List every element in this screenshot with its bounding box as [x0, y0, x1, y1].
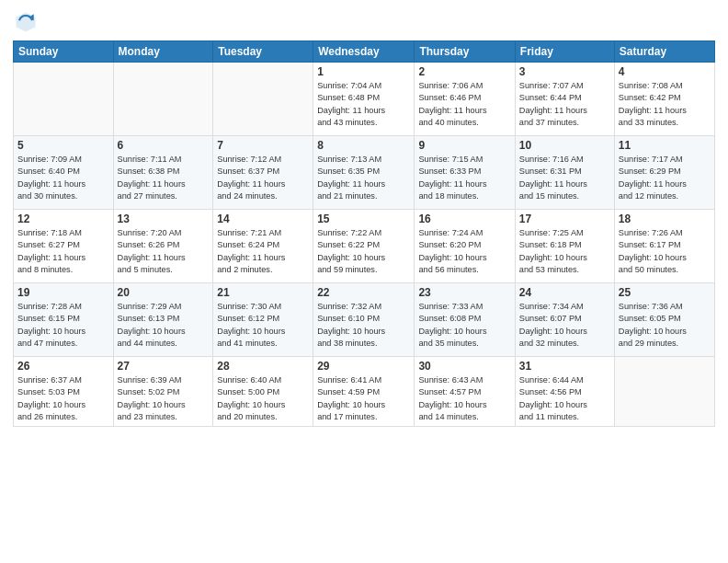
- day-number: 31: [519, 360, 610, 373]
- day-number: 23: [418, 286, 510, 299]
- calendar-cell: 29Sunrise: 6:41 AMSunset: 4:59 PMDayligh…: [313, 357, 415, 427]
- calendar-cell: [213, 63, 313, 136]
- calendar-cell: 20Sunrise: 7:29 AMSunset: 6:13 PMDayligh…: [113, 283, 213, 357]
- day-info: Sunrise: 7:15 AMSunset: 6:33 PMDaylight:…: [418, 154, 510, 202]
- calendar-cell: 3Sunrise: 7:07 AMSunset: 6:44 PMDaylight…: [515, 63, 614, 136]
- day-info: Sunrise: 7:36 AMSunset: 6:05 PMDaylight:…: [619, 301, 711, 350]
- day-number: 14: [217, 213, 309, 225]
- calendar-cell: 30Sunrise: 6:43 AMSunset: 4:57 PMDayligh…: [415, 357, 515, 427]
- day-number: 8: [317, 139, 410, 152]
- day-info: Sunrise: 7:33 AMSunset: 6:08 PMDaylight:…: [418, 301, 510, 350]
- day-number: 12: [17, 213, 109, 225]
- week-row-2: 5Sunrise: 7:09 AMSunset: 6:40 PMDaylight…: [14, 136, 715, 210]
- day-info: Sunrise: 6:40 AMSunset: 5:00 PMDaylight:…: [217, 374, 309, 423]
- day-number: 26: [17, 360, 109, 373]
- day-info: Sunrise: 7:26 AMSunset: 6:17 PMDaylight:…: [619, 227, 711, 276]
- day-info: Sunrise: 7:17 AMSunset: 6:29 PMDaylight:…: [619, 154, 711, 202]
- day-number: 3: [519, 65, 610, 78]
- day-info: Sunrise: 7:07 AMSunset: 6:44 PMDaylight:…: [519, 80, 610, 129]
- calendar-cell: 15Sunrise: 7:22 AMSunset: 6:22 PMDayligh…: [313, 210, 415, 283]
- week-row-5: 26Sunrise: 6:37 AMSunset: 5:03 PMDayligh…: [14, 357, 715, 427]
- calendar-page: SundayMondayTuesdayWednesdayThursdayFrid…: [0, 0, 728, 563]
- calendar-cell: 4Sunrise: 7:08 AMSunset: 6:42 PMDaylight…: [614, 63, 714, 136]
- weekday-monday: Monday: [113, 41, 213, 63]
- day-number: 21: [217, 286, 309, 299]
- calendar-cell: 12Sunrise: 7:18 AMSunset: 6:27 PMDayligh…: [14, 210, 114, 283]
- day-info: Sunrise: 7:25 AMSunset: 6:18 PMDaylight:…: [519, 227, 610, 276]
- day-number: 27: [118, 360, 210, 373]
- calendar-cell: 21Sunrise: 7:30 AMSunset: 6:12 PMDayligh…: [213, 283, 313, 357]
- calendar-cell: 24Sunrise: 7:34 AMSunset: 6:07 PMDayligh…: [515, 283, 614, 357]
- week-row-3: 12Sunrise: 7:18 AMSunset: 6:27 PMDayligh…: [14, 210, 715, 283]
- day-info: Sunrise: 7:13 AMSunset: 6:35 PMDaylight:…: [317, 154, 410, 202]
- weekday-tuesday: Tuesday: [213, 41, 313, 63]
- week-row-1: 1Sunrise: 7:04 AMSunset: 6:48 PMDaylight…: [14, 63, 715, 136]
- calendar-table: SundayMondayTuesdayWednesdayThursdayFrid…: [13, 40, 715, 427]
- day-info: Sunrise: 7:24 AMSunset: 6:20 PMDaylight:…: [418, 227, 510, 276]
- calendar-cell: 26Sunrise: 6:37 AMSunset: 5:03 PMDayligh…: [14, 357, 114, 427]
- calendar-cell: 19Sunrise: 7:28 AMSunset: 6:15 PMDayligh…: [14, 283, 114, 357]
- weekday-thursday: Thursday: [415, 41, 515, 63]
- logo: [13, 9, 42, 35]
- day-number: 13: [118, 213, 210, 225]
- day-info: Sunrise: 6:39 AMSunset: 5:02 PMDaylight:…: [118, 374, 210, 423]
- calendar-cell: 17Sunrise: 7:25 AMSunset: 6:18 PMDayligh…: [515, 210, 614, 283]
- day-info: Sunrise: 6:43 AMSunset: 4:57 PMDaylight:…: [418, 374, 510, 423]
- day-info: Sunrise: 7:18 AMSunset: 6:27 PMDaylight:…: [17, 227, 109, 276]
- day-info: Sunrise: 7:22 AMSunset: 6:22 PMDaylight:…: [317, 227, 410, 276]
- weekday-header-row: SundayMondayTuesdayWednesdayThursdayFrid…: [14, 41, 715, 63]
- calendar-cell: 27Sunrise: 6:39 AMSunset: 5:02 PMDayligh…: [113, 357, 213, 427]
- day-number: 7: [217, 139, 309, 152]
- calendar-cell: 7Sunrise: 7:12 AMSunset: 6:37 PMDaylight…: [213, 136, 313, 210]
- day-info: Sunrise: 7:20 AMSunset: 6:26 PMDaylight:…: [118, 227, 210, 276]
- calendar-cell: 25Sunrise: 7:36 AMSunset: 6:05 PMDayligh…: [614, 283, 714, 357]
- calendar-cell: 23Sunrise: 7:33 AMSunset: 6:08 PMDayligh…: [415, 283, 515, 357]
- day-number: 29: [317, 360, 410, 373]
- day-info: Sunrise: 7:21 AMSunset: 6:24 PMDaylight:…: [217, 227, 309, 276]
- calendar-cell: [14, 63, 114, 136]
- day-info: Sunrise: 7:08 AMSunset: 6:42 PMDaylight:…: [619, 80, 711, 129]
- calendar-cell: 31Sunrise: 6:44 AMSunset: 4:56 PMDayligh…: [515, 357, 614, 427]
- day-number: 24: [519, 286, 610, 299]
- day-info: Sunrise: 7:04 AMSunset: 6:48 PMDaylight:…: [317, 80, 410, 129]
- logo-icon: [13, 9, 39, 35]
- header: [13, 9, 715, 35]
- day-number: 20: [118, 286, 210, 299]
- day-number: 1: [317, 65, 410, 78]
- calendar-cell: 16Sunrise: 7:24 AMSunset: 6:20 PMDayligh…: [415, 210, 515, 283]
- calendar-cell: [614, 357, 714, 427]
- calendar-cell: 11Sunrise: 7:17 AMSunset: 6:29 PMDayligh…: [614, 136, 714, 210]
- day-info: Sunrise: 6:37 AMSunset: 5:03 PMDaylight:…: [17, 374, 109, 423]
- day-info: Sunrise: 7:34 AMSunset: 6:07 PMDaylight:…: [519, 301, 610, 350]
- day-info: Sunrise: 7:32 AMSunset: 6:10 PMDaylight:…: [317, 301, 410, 350]
- day-info: Sunrise: 7:11 AMSunset: 6:38 PMDaylight:…: [118, 154, 210, 202]
- calendar-cell: 2Sunrise: 7:06 AMSunset: 6:46 PMDaylight…: [415, 63, 515, 136]
- day-number: 28: [217, 360, 309, 373]
- day-number: 2: [418, 65, 510, 78]
- calendar-cell: 28Sunrise: 6:40 AMSunset: 5:00 PMDayligh…: [213, 357, 313, 427]
- day-number: 10: [519, 139, 610, 152]
- calendar-cell: 14Sunrise: 7:21 AMSunset: 6:24 PMDayligh…: [213, 210, 313, 283]
- day-number: 30: [418, 360, 510, 373]
- weekday-sunday: Sunday: [14, 41, 114, 63]
- day-info: Sunrise: 7:16 AMSunset: 6:31 PMDaylight:…: [519, 154, 610, 202]
- weekday-wednesday: Wednesday: [313, 41, 415, 63]
- day-info: Sunrise: 7:28 AMSunset: 6:15 PMDaylight:…: [17, 301, 109, 350]
- day-number: 16: [418, 213, 510, 225]
- day-info: Sunrise: 6:41 AMSunset: 4:59 PMDaylight:…: [317, 374, 410, 423]
- day-number: 15: [317, 213, 410, 225]
- day-number: 22: [317, 286, 410, 299]
- calendar-cell: 13Sunrise: 7:20 AMSunset: 6:26 PMDayligh…: [113, 210, 213, 283]
- calendar-cell: 18Sunrise: 7:26 AMSunset: 6:17 PMDayligh…: [614, 210, 714, 283]
- calendar-cell: 1Sunrise: 7:04 AMSunset: 6:48 PMDaylight…: [313, 63, 415, 136]
- calendar-cell: 5Sunrise: 7:09 AMSunset: 6:40 PMDaylight…: [14, 136, 114, 210]
- week-row-4: 19Sunrise: 7:28 AMSunset: 6:15 PMDayligh…: [14, 283, 715, 357]
- calendar-cell: 9Sunrise: 7:15 AMSunset: 6:33 PMDaylight…: [415, 136, 515, 210]
- day-number: 17: [519, 213, 610, 225]
- day-info: Sunrise: 7:09 AMSunset: 6:40 PMDaylight:…: [17, 154, 109, 202]
- day-info: Sunrise: 7:30 AMSunset: 6:12 PMDaylight:…: [217, 301, 309, 350]
- calendar-cell: [113, 63, 213, 136]
- day-number: 9: [418, 139, 510, 152]
- calendar-cell: 6Sunrise: 7:11 AMSunset: 6:38 PMDaylight…: [113, 136, 213, 210]
- day-info: Sunrise: 7:06 AMSunset: 6:46 PMDaylight:…: [418, 80, 510, 129]
